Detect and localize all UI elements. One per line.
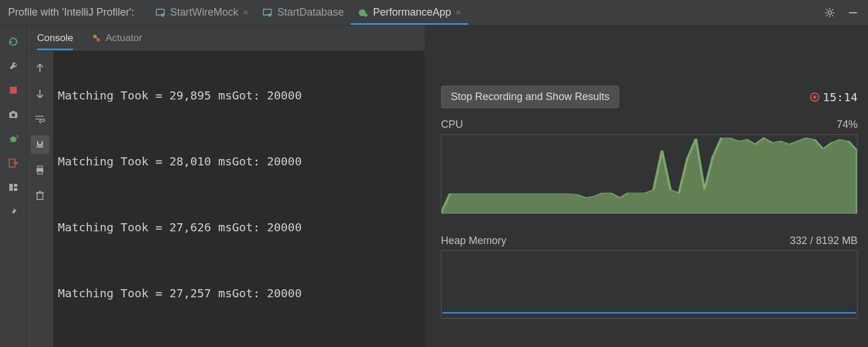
svg-line-14 — [832, 9, 833, 10]
bug-profile-icon[interactable] — [5, 131, 21, 147]
run-config-icon — [262, 8, 273, 18]
svg-point-3 — [268, 13, 271, 17]
minimize-icon[interactable] — [847, 7, 859, 19]
svg-point-1 — [161, 13, 164, 17]
cpu-chart — [441, 134, 858, 214]
stop-button[interactable] — [5, 82, 21, 98]
subtab-actuator[interactable]: Actuator — [91, 25, 142, 50]
print-button[interactable] — [31, 161, 49, 179]
exit-icon[interactable] — [5, 155, 21, 171]
run-config-icon — [155, 8, 165, 18]
svg-rect-35 — [37, 193, 43, 200]
svg-line-31 — [95, 37, 98, 39]
svg-rect-15 — [849, 12, 857, 13]
tab-startdatabase[interactable]: StartDatabase — [255, 0, 351, 25]
pin-icon[interactable] — [5, 204, 21, 220]
svg-rect-26 — [9, 184, 13, 191]
svg-rect-16 — [10, 87, 17, 94]
cpu-value: 74% — [837, 119, 858, 131]
svg-point-6 — [828, 11, 832, 14]
svg-rect-19 — [12, 111, 15, 113]
svg-rect-28 — [14, 188, 17, 191]
profile-with-label: Profile with 'IntelliJ Profiler': — [8, 6, 134, 19]
svg-line-21 — [10, 138, 12, 139]
console-line: Matching Took = 29,895 msGot: 20000 — [58, 84, 425, 106]
rerun-button[interactable] — [5, 34, 21, 50]
tab-label: StartWireMock — [170, 6, 238, 19]
scroll-to-end-button[interactable] — [31, 135, 49, 154]
spring-run-icon — [358, 8, 368, 18]
close-icon[interactable]: × — [455, 8, 461, 18]
scroll-up-button[interactable] — [31, 59, 49, 77]
heap-value: 332 / 8192 MB — [790, 235, 858, 247]
heap-label: Heap Memory — [441, 235, 506, 247]
console-line: Matching Took = 27,257 msGot: 20000 — [58, 282, 425, 304]
tab-label: PerformanceApp — [373, 6, 451, 19]
wrench-icon[interactable] — [5, 58, 21, 74]
clear-all-button[interactable] — [31, 186, 49, 205]
layout-icon[interactable] — [5, 179, 21, 195]
cpu-header: CPU 74% — [441, 119, 858, 131]
tab-label: StartDatabase — [277, 6, 344, 19]
svg-line-11 — [826, 9, 827, 10]
camera-icon[interactable] — [5, 106, 21, 123]
subtab-console[interactable]: Console — [37, 25, 73, 50]
console-line: Matching Took = 28,010 msGot: 20000 — [58, 150, 425, 172]
svg-point-18 — [12, 113, 15, 117]
tool-window-left-rail — [0, 25, 27, 347]
close-icon[interactable]: × — [243, 8, 248, 18]
svg-line-12 — [832, 15, 833, 16]
recording-time-value: 15:14 — [823, 90, 858, 104]
console-toolbar — [27, 51, 53, 347]
svg-rect-27 — [14, 184, 17, 187]
cpu-label: CPU — [441, 119, 463, 131]
heap-line — [443, 312, 856, 313]
gear-icon[interactable] — [824, 7, 836, 19]
heap-header: Heap Memory 332 / 8192 MB — [441, 235, 858, 247]
heap-chart — [441, 250, 858, 319]
soft-wrap-button[interactable] — [31, 110, 49, 128]
cpu-area — [442, 135, 857, 213]
svg-line-22 — [15, 138, 17, 139]
scroll-down-button[interactable] — [31, 84, 49, 103]
svg-line-13 — [826, 15, 827, 16]
actuator-label: Actuator — [105, 32, 142, 44]
actuator-icon — [91, 33, 102, 43]
run-tabs: StartWireMock × StartDatabase Performanc… — [148, 0, 824, 25]
stop-recording-button[interactable]: Stop Recording and Show Results — [441, 86, 619, 108]
profiler-pane: Stop Recording and Show Results 15:14 CP… — [425, 25, 868, 347]
top-bar: Profile with 'IntelliJ Profiler': StartW… — [0, 0, 868, 25]
tab-startwiremock[interactable]: StartWireMock × — [148, 0, 255, 25]
svg-rect-33 — [38, 166, 42, 168]
record-icon — [810, 93, 819, 102]
console-output[interactable]: Matching Took = 29,895 msGot: 20000 Matc… — [53, 51, 425, 347]
tab-performanceapp[interactable]: PerformanceApp × — [351, 0, 468, 25]
svg-point-5 — [364, 13, 367, 17]
console-line: Matching Took = 27,626 msGot: 20000 — [58, 216, 425, 238]
console-area: Console Actuator — [27, 25, 425, 347]
console-subtabs: Console Actuator — [27, 25, 425, 51]
recording-time: 15:14 — [810, 90, 858, 104]
